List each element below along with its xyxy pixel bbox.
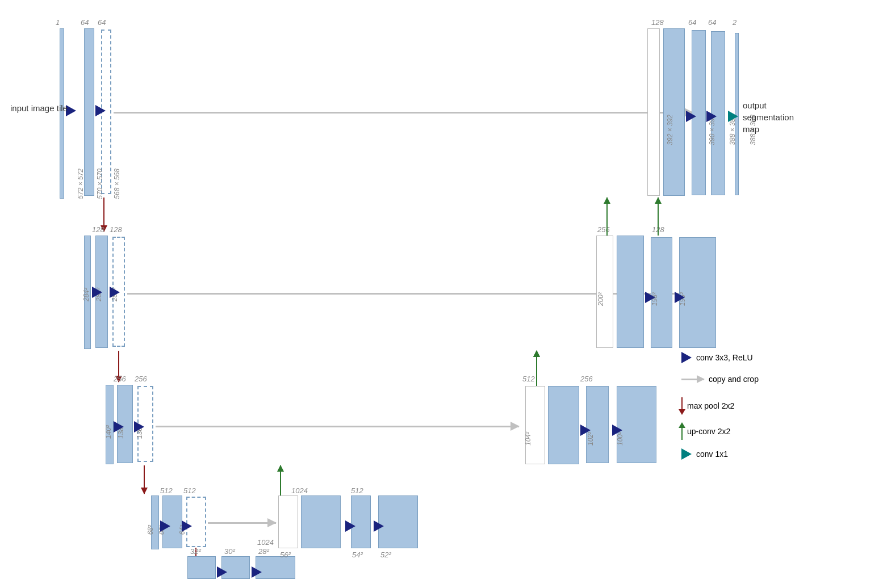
conv-arrow-dec2b xyxy=(675,292,685,303)
output-label: outputsegmentationmap xyxy=(743,99,794,135)
upconv-arrow-2 xyxy=(606,198,608,236)
copy-crop-arrow-4 xyxy=(208,522,276,524)
conv-arrow-dec3a xyxy=(580,425,591,436)
fmap-1024-32 xyxy=(187,556,216,579)
legend-copy: copy and crop xyxy=(681,375,759,384)
size-140: 140² xyxy=(104,425,112,439)
label-bot-32: 32² xyxy=(190,547,201,556)
legend-copy-label: copy and crop xyxy=(709,375,759,384)
fmap-256-200-white xyxy=(596,236,613,348)
upconv-arrow-3b xyxy=(536,351,537,386)
conv-arrow-dec4a xyxy=(345,520,355,532)
legend-conv: conv 3x3, ReLU xyxy=(681,352,753,363)
unet-diagram: 1 64 64 572 × 572 570 × 570 568 × 568 in… xyxy=(0,0,883,588)
conv-arrow-2a xyxy=(92,287,102,298)
conv-arrow-4a xyxy=(160,520,170,532)
label-256b: 256 xyxy=(135,375,147,383)
legend-upconv: up-conv 2x2 xyxy=(681,423,730,440)
label-64-dec1a: 64 xyxy=(688,18,696,27)
label-128a: 128 xyxy=(92,225,104,234)
conv-arrow-dec1b xyxy=(706,111,717,122)
size-284: 284² xyxy=(82,288,90,301)
fmap-1024-blue xyxy=(301,495,341,548)
conv-arrow-3a xyxy=(114,421,124,432)
size-68: 68² xyxy=(147,525,154,535)
maxpool-arrow-3 xyxy=(144,465,145,494)
input-label: input image tile xyxy=(10,102,68,114)
legend-copy-icon xyxy=(681,379,704,380)
legend-upconv-icon xyxy=(681,423,683,440)
fmap-512-68 xyxy=(151,495,159,549)
legend-maxpool: max pool 2x2 xyxy=(681,397,734,414)
conv-arrow-bot-b xyxy=(252,566,262,578)
label-64a: 64 xyxy=(81,18,89,27)
label-512b: 512 xyxy=(183,486,196,495)
fmap-128-392-white xyxy=(647,28,660,196)
fmap-256-200 xyxy=(617,236,644,348)
copy-crop-arrow-3 xyxy=(156,426,519,427)
label-256-dec2: 256 xyxy=(597,225,610,234)
label-64-dec1b: 64 xyxy=(708,18,716,27)
fmap-128-392 xyxy=(663,28,685,196)
label-256a: 256 xyxy=(114,375,126,383)
conv-arrow-3b xyxy=(134,421,144,432)
upconv-arrow-1 xyxy=(658,198,659,236)
label-56: 56² xyxy=(280,551,291,559)
copy-crop-arrow-1 xyxy=(114,112,693,114)
upconv-arrow-4 xyxy=(280,465,281,495)
label-128-dec1: 128 xyxy=(651,18,664,27)
legend-conv1x1-label: conv 1x1 xyxy=(696,450,728,459)
conv-arrow-dec2a xyxy=(645,292,655,303)
size-392: 392 × 392 xyxy=(666,115,674,145)
legend-upconv-label: up-conv 2x2 xyxy=(687,427,730,436)
size-572: 572 × 572 xyxy=(77,169,85,199)
label-52: 52² xyxy=(380,551,391,559)
legend-conv1x1: conv 1x1 xyxy=(681,448,728,460)
label-bot-1024: 1024 xyxy=(257,538,274,547)
label-512a: 512 xyxy=(160,486,173,495)
conv-arrow-2b xyxy=(110,287,120,298)
fmap-256-100 xyxy=(617,386,656,463)
conv-arrow-4b xyxy=(182,520,192,532)
legend-maxpool-icon xyxy=(681,397,683,414)
size-568: 568 × 568 xyxy=(113,169,121,199)
fmap-64-570 xyxy=(84,28,94,196)
legend-conv1x1-icon xyxy=(681,448,692,460)
fmap-512-52 xyxy=(378,495,418,548)
size-570: 570 × 570 xyxy=(96,169,104,199)
label-512-dec: 512 xyxy=(351,486,363,495)
label-2: 2 xyxy=(733,18,736,27)
label-256-dec3: 256 xyxy=(580,375,593,383)
legend-conv-label: conv 3x3, ReLU xyxy=(696,353,753,362)
label-128b: 128 xyxy=(110,225,122,234)
label-bot-30: 30² xyxy=(224,547,235,556)
fmap-512-104-white xyxy=(525,386,545,464)
conv-arrow-dec4b xyxy=(374,520,384,532)
conv-arrow-dec1a xyxy=(686,111,696,122)
label-1: 1 xyxy=(56,18,60,27)
conv1x1-arrow xyxy=(728,111,738,122)
label-54: 54² xyxy=(352,551,363,559)
size-104: 104² xyxy=(524,432,532,446)
legend-conv-icon xyxy=(681,352,692,363)
conv-arrow-dec3b xyxy=(612,425,622,436)
label-64b: 64 xyxy=(98,18,106,27)
fmap-256-140 xyxy=(106,385,114,464)
label-512-dec3: 512 xyxy=(522,375,535,383)
label-bot-28: 28² xyxy=(258,547,269,556)
legend-maxpool-label: max pool 2x2 xyxy=(687,401,734,410)
fmap-256-104 xyxy=(548,386,579,464)
conv-arrow-1b xyxy=(95,105,106,116)
label-1024: 1024 xyxy=(291,486,308,495)
fmap-1024-white xyxy=(278,495,298,548)
conv-arrow-bot-a xyxy=(217,566,227,578)
size-200: 200² xyxy=(597,292,605,306)
